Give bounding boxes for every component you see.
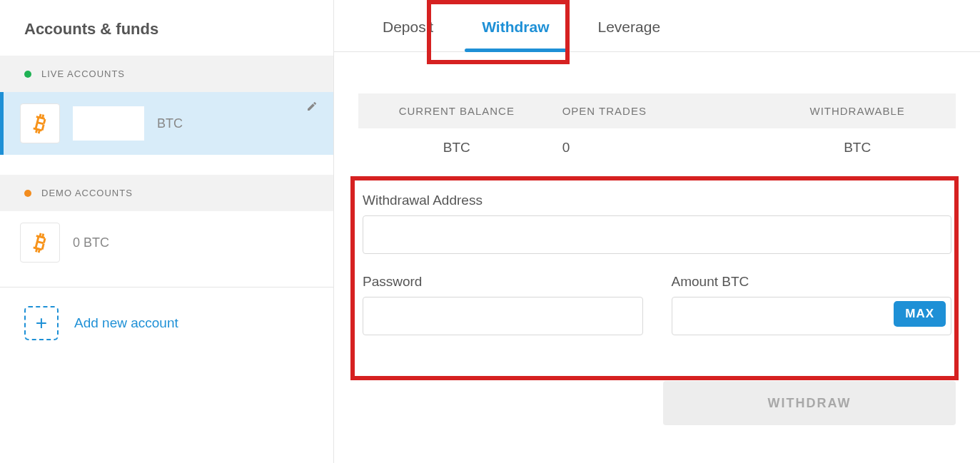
val-open-trades: 0 <box>555 140 759 156</box>
account-balance-masked <box>73 106 144 141</box>
status-dot-live <box>24 71 31 78</box>
demo-accounts-label: DEMO ACCOUNTS <box>41 188 133 198</box>
balance-header-row: CURRENT BALANCE OPEN TRADES WITHDRAWABLE <box>358 93 956 128</box>
col-current-balance: CURRENT BALANCE <box>358 105 555 117</box>
tab-leverage[interactable]: Leverage <box>574 0 685 51</box>
plus-icon: + <box>24 306 59 340</box>
live-accounts-header: LIVE ACCOUNTS <box>0 56 333 92</box>
withdraw-form: Withdrawal Address Password Amount BTC M… <box>358 167 956 350</box>
coin-badge: ₿ <box>20 223 60 263</box>
tab-bar: Deposit Withdraw Leverage <box>334 0 980 52</box>
password-input[interactable] <box>363 297 643 335</box>
live-account-row[interactable]: ₿ BTC <box>0 92 333 155</box>
account-currency-suffix: BTC <box>157 116 183 131</box>
tab-deposit[interactable]: Deposit <box>358 0 458 51</box>
main-panel: Deposit Withdraw Leverage CURRENT BALANC… <box>334 0 980 463</box>
address-label: Withdrawal Address <box>363 193 951 208</box>
coin-badge: ₿ <box>20 103 60 143</box>
demo-account-balance: 0 BTC <box>73 235 109 250</box>
sidebar: Accounts & funds LIVE ACCOUNTS ₿ BTC DEM… <box>0 0 334 463</box>
balance-value-row: BTC 0 BTC <box>358 128 956 167</box>
address-input[interactable] <box>363 215 951 254</box>
edit-icon[interactable] <box>306 101 318 115</box>
live-accounts-label: LIVE ACCOUNTS <box>41 68 125 79</box>
withdraw-button[interactable]: WITHDRAW <box>663 381 956 425</box>
col-withdrawable: WITHDRAWABLE <box>759 105 956 117</box>
amount-label: Amount BTC <box>672 274 952 290</box>
demo-account-row[interactable]: ₿ 0 BTC <box>0 211 333 274</box>
max-button[interactable]: MAX <box>894 301 946 327</box>
val-current-balance: BTC <box>358 140 555 156</box>
col-open-trades: OPEN TRADES <box>555 105 759 117</box>
val-withdrawable: BTC <box>759 140 956 156</box>
tab-withdraw[interactable]: Withdraw <box>458 0 573 51</box>
add-account-button[interactable]: + Add new account <box>0 288 333 359</box>
status-dot-demo <box>24 190 31 197</box>
add-account-label: Add new account <box>74 315 178 331</box>
sidebar-title: Accounts & funds <box>0 0 333 56</box>
password-label: Password <box>363 274 643 290</box>
demo-accounts-header: DEMO ACCOUNTS <box>0 175 333 211</box>
bitcoin-icon: ₿ <box>32 111 49 137</box>
bitcoin-icon: ₿ <box>32 230 49 256</box>
